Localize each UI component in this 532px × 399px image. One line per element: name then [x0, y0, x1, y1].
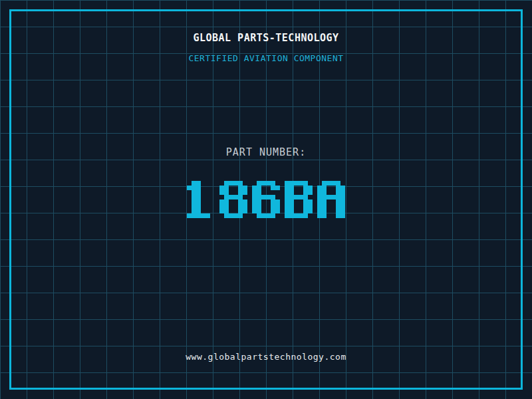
website-url: www.globalpartstechnology.com: [0, 352, 532, 362]
part-number-label: PART NUMBER:: [0, 146, 532, 158]
company-title: GLOBAL PARTS-TECHNOLOGY: [0, 32, 532, 44]
certificate-page: GLOBAL PARTS-TECHNOLOGY CERTIFIED AVIATI…: [0, 0, 532, 399]
certification-subtitle: CERTIFIED AVIATION COMPONENT: [0, 53, 532, 64]
part-number-display: [0, 181, 532, 218]
